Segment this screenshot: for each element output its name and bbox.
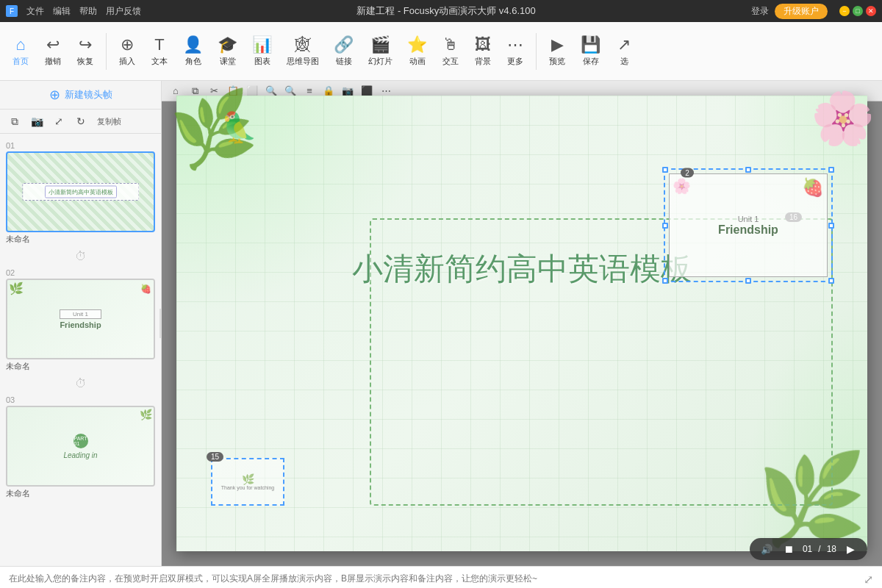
toolbar-interact[interactable]: 🖱 交互	[436, 32, 465, 70]
slide-thumb-01[interactable]: 小清新简约高中英语模板	[6, 151, 155, 232]
separator-icon-01: ⏱	[75, 250, 87, 263]
thumb-03-text: Leading in	[63, 451, 97, 459]
copy-frame-label: 复制帧	[97, 116, 121, 127]
toolbar-more[interactable]: ⋯ 更多	[501, 32, 530, 70]
toolbar-preview[interactable]: ▶ 预览	[542, 32, 572, 70]
toolbar-redo[interactable]: ↪ 恢复	[71, 32, 100, 70]
toolbar-role[interactable]: 👤 角色	[177, 32, 209, 70]
selected-element-inner: 🍓 🌸 Unit 1 Friendship	[669, 173, 828, 277]
selected-element[interactable]: 🍓 🌸 Unit 1 Friendship	[664, 168, 833, 282]
refresh-icon[interactable]: ↻	[72, 112, 90, 130]
notes-expand-icon[interactable]: ⤢	[864, 573, 873, 587]
toolbar-text[interactable]: T 文本	[145, 32, 174, 70]
small-frame-text: Thank you for watching	[221, 485, 274, 490]
sel-handle-br	[828, 278, 834, 284]
thumb-03-leaf: 🌿	[140, 409, 152, 420]
mindmap-label: 思维导图	[287, 56, 319, 67]
playback-total: 18	[827, 544, 836, 554]
menu-feedback[interactable]: 用户反馈	[106, 5, 141, 18]
toolbar: ⌂ 首页 ↩ 撤销 ↪ 恢复 ⊕ 插入 T 文本 👤 角色 🎓 课堂 📊 图表 …	[0, 22, 882, 81]
slide-item-01: 01 小清新简约高中英语模板 未命名	[6, 141, 155, 245]
slideshow-label: 幻灯片	[368, 56, 392, 67]
inner-flower: 🌸	[673, 177, 691, 195]
slide-number-02: 02	[6, 268, 155, 277]
toolbar-mindmap[interactable]: 🕸 思维导图	[281, 32, 325, 70]
frame-badge-2: 2	[681, 168, 694, 178]
window-controls: − □ ✕	[839, 6, 876, 16]
preview-icon: ▶	[551, 35, 564, 54]
chart-icon: 📊	[252, 35, 272, 54]
toolbar-link[interactable]: 🔗 链接	[328, 32, 359, 70]
expand-icon[interactable]: ⤢	[50, 112, 68, 130]
next-icon[interactable]: ▶	[842, 541, 858, 557]
app-icon: F	[6, 5, 18, 17]
menu-items: 文件 编辑 帮助 用户反馈	[26, 5, 141, 18]
divider-1	[106, 33, 107, 70]
toolbar-chart[interactable]: 📊 图表	[246, 32, 278, 70]
toolbar-select[interactable]: ↗ 选	[609, 32, 639, 70]
slide-thumb-02[interactable]: 🌿 🍓 Unit 1 Friendship	[6, 279, 155, 359]
save-label: 保存	[583, 56, 599, 67]
slide-item-03: 03 🌿 PART01 Leading in 未命名	[6, 395, 155, 499]
unit-title: Friendship	[718, 223, 778, 237]
toolbar-insert[interactable]: ⊕ 插入	[112, 32, 142, 70]
toolbar-undo[interactable]: ↩ 撤销	[38, 32, 68, 70]
undo-label: 撤销	[45, 56, 61, 67]
notes-input[interactable]	[9, 573, 864, 588]
redo-icon: ↪	[79, 35, 92, 54]
animation-icon: ⭐	[407, 35, 427, 54]
slide-thumb-03[interactable]: 🌿 PART01 Leading in	[6, 406, 155, 487]
toolbar-classroom[interactable]: 🎓 课堂	[212, 32, 243, 70]
new-frame-button[interactable]: ⊕ 新建镜头帧	[0, 81, 161, 110]
link-icon: 🔗	[334, 35, 354, 54]
unit-label: Unit 1	[738, 215, 759, 223]
more-icon: ⋯	[507, 35, 523, 54]
sel-handle-ml	[662, 223, 668, 229]
thumb-03-inner: 🌿 PART01 Leading in	[7, 407, 154, 485]
menu-help[interactable]: 帮助	[79, 5, 97, 18]
playback-bar: 🔊 ⏹ 01 / 18 ▶	[750, 538, 867, 560]
playback-current: 01	[803, 544, 812, 554]
role-icon: 👤	[183, 35, 203, 54]
sel-handle-tr	[828, 167, 834, 173]
upgrade-button[interactable]: 升级账户	[775, 4, 828, 19]
preview-label: 预览	[549, 56, 565, 67]
stop-icon[interactable]: ⏹	[781, 541, 797, 557]
save-icon: 💾	[581, 35, 600, 54]
menu-edit[interactable]: 编辑	[53, 5, 71, 18]
background-label: 背景	[475, 56, 491, 67]
toolbar-animation[interactable]: ⭐ 动画	[401, 32, 433, 70]
login-button[interactable]: 登录	[751, 5, 769, 18]
toolbar-background[interactable]: 🖼 背景	[468, 32, 498, 70]
play-like-icon[interactable]: 🔊	[759, 541, 775, 557]
maximize-button[interactable]: □	[853, 6, 863, 16]
new-frame-icon: ⊕	[49, 87, 60, 103]
divider-2	[536, 33, 537, 70]
new-frame-label: 新建镜头帧	[65, 88, 112, 101]
redo-label: 恢复	[77, 56, 93, 67]
slide-separator-02: ⏱	[0, 376, 161, 391]
sel-handle-tl	[662, 167, 668, 173]
presentation-canvas[interactable]: 🌿 🦜 🌸 🌿 16 小清新简约高中英语模板	[176, 96, 867, 551]
small-frame[interactable]: 🌿 Thank you for watching 15	[211, 458, 284, 506]
slide-01-text: 小清新简约高中英语模板	[49, 190, 113, 196]
toolbar-save[interactable]: 💾 保存	[575, 32, 606, 70]
slide-label-02: 未命名	[6, 361, 155, 372]
copy-frame-icon[interactable]: ⧉	[6, 112, 24, 130]
inner-strawberry: 🍓	[802, 177, 824, 198]
toolbar-home[interactable]: ⌂ 首页	[6, 32, 35, 70]
canvas-main-title[interactable]: 小清新简约高中英语模板	[352, 248, 692, 290]
toolbar-slideshow[interactable]: 🎬 幻灯片	[362, 32, 398, 70]
separator-icon-02: ⏱	[75, 377, 87, 390]
playback-separator: /	[818, 544, 820, 554]
camera-icon[interactable]: 📷	[28, 112, 46, 130]
insert-label: 插入	[119, 56, 135, 67]
canvas-area[interactable]: ⌂ ⧉ ✂ 📋 ⬜ 🔍 🔍 ≡ 🔒 📷 ⬛ ⋯ 🌿 🦜 🌸 🌿	[162, 81, 882, 566]
deco-top-right-flowers: 🌸	[811, 88, 875, 148]
small-frame-leaf: 🌿	[221, 473, 274, 485]
classroom-icon: 🎓	[218, 35, 237, 54]
menu-file[interactable]: 文件	[26, 5, 44, 18]
select-label: 选	[620, 56, 628, 67]
minimize-button[interactable]: −	[839, 6, 850, 16]
close-button[interactable]: ✕	[866, 6, 876, 16]
